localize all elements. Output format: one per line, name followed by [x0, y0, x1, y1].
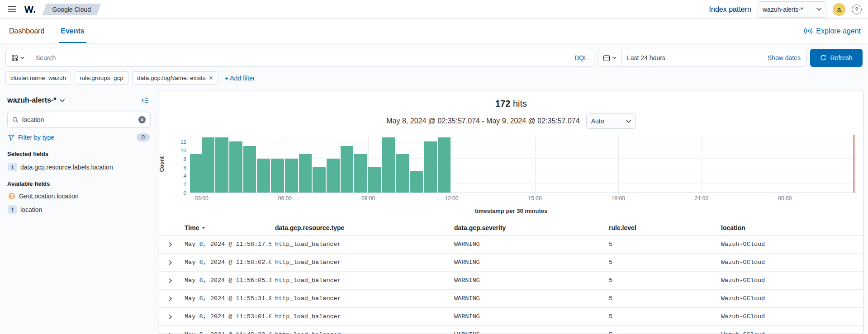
y-tick-label: 2 [174, 182, 186, 187]
histogram-bar[interactable] [243, 146, 256, 193]
col-resource-type[interactable]: data.gcp.resource.type [271, 221, 451, 235]
filter-pill-label: cluster.name: wazuh [10, 75, 66, 81]
histogram-bar[interactable] [257, 159, 270, 193]
top-header: W. Google Cloud Index pattern wazuh-aler… [0, 0, 868, 19]
filter-by-type-button[interactable]: Filter by type [8, 134, 54, 141]
field-search-box [7, 112, 151, 128]
sidebar-index-pattern-title: wazuh-alerts-* [7, 96, 56, 104]
col-time[interactable]: Time [181, 221, 271, 235]
sidebar-index-pattern-selector[interactable]: wazuh-alerts-* [7, 96, 65, 104]
field-item[interactable]: GeoLocation.location [7, 193, 151, 200]
explore-agent-link[interactable]: Explore agent [804, 19, 861, 43]
clear-search-icon[interactable] [138, 116, 146, 123]
add-filter-button[interactable]: + Add filter [222, 75, 258, 82]
chevron-down-icon [612, 56, 617, 59]
expand-row-button[interactable] [166, 294, 175, 303]
expand-row-button[interactable] [166, 330, 175, 334]
chevron-down-icon [60, 99, 65, 102]
breadcrumb-google-cloud[interactable]: Google Cloud [43, 4, 101, 15]
col-location[interactable]: location [717, 221, 863, 235]
tab-events[interactable]: Events [59, 19, 86, 43]
histogram-bar[interactable] [271, 159, 284, 193]
help-button[interactable]: ? [852, 5, 862, 14]
histogram-bar[interactable] [299, 154, 312, 193]
histogram-bar[interactable] [354, 154, 367, 193]
collapse-sidebar-icon [141, 97, 149, 103]
y-axis-title: Count [159, 156, 165, 172]
explore-agent-label: Explore agent [816, 27, 861, 35]
field-search-input[interactable] [22, 116, 135, 123]
histogram-bar[interactable] [313, 167, 326, 193]
x-tick-label: 21:00 [695, 195, 708, 202]
cell-resource-type: http_load_balancer [271, 272, 451, 290]
col-severity[interactable]: data.gcp.severity [451, 221, 605, 235]
cell-severity: WARNING [451, 235, 605, 254]
results-panel: 172 hits May 8, 2024 @ 02:35:57.074 - Ma… [159, 90, 863, 334]
expand-row-button[interactable] [166, 258, 175, 267]
cell-time: May 8, 2024 @ 11:55:31.908 [181, 290, 271, 308]
histogram-bar[interactable] [202, 137, 215, 193]
cell-rule-level: 5 [605, 326, 717, 334]
cell-time: May 8, 2024 @ 11:58:17.503 [181, 235, 271, 254]
cell-rule-level: 5 [605, 254, 717, 272]
field-item[interactable]: tdata.gcp.resource.labels.location [7, 163, 151, 171]
cell-time: May 8, 2024 @ 11:53:01.012 [181, 308, 271, 326]
x-tick-label: 09:00 [361, 195, 375, 202]
remove-filter-icon[interactable]: × [208, 75, 213, 82]
filter-count-badge: 0 [137, 133, 150, 141]
histogram-bar[interactable] [382, 137, 395, 193]
cell-severity: WARNING [451, 290, 605, 308]
cell-time: May 8, 2024 @ 11:48:32.614 [181, 326, 271, 334]
wazuh-events-app: W. Google Cloud Index pattern wazuh-aler… [0, 0, 868, 334]
histogram-bar[interactable] [396, 154, 409, 193]
wazuh-logo[interactable]: W. [24, 4, 36, 15]
chart-time-range-title: May 8, 2024 @ 02:35:57.074 - May 9, 2024… [386, 117, 579, 125]
col-rule-level[interactable]: rule.level [605, 221, 717, 235]
x-gridline [535, 135, 536, 193]
expand-row-button[interactable] [166, 312, 175, 321]
histogram-bar[interactable] [368, 167, 381, 193]
cell-location: Wazuh-GCloud [717, 308, 863, 326]
histogram-bar[interactable] [424, 141, 437, 193]
refresh-label: Refresh [830, 54, 852, 61]
show-dates-button[interactable]: Show dates [762, 54, 806, 61]
histogram-bar[interactable] [410, 171, 423, 193]
save-icon [11, 54, 19, 61]
x-gridline [618, 135, 619, 193]
cell-rule-level: 5 [605, 308, 717, 326]
histogram-bar[interactable] [438, 137, 451, 193]
chevron-down-icon [20, 56, 24, 59]
expand-row-button[interactable] [166, 240, 175, 249]
filter-pill[interactable]: cluster.name: wazuh [5, 71, 71, 85]
index-pattern-select[interactable]: wazuh-alerts-* [758, 1, 826, 18]
x-gridline [702, 135, 702, 193]
tab-dashboard[interactable]: Dashboard [7, 19, 46, 43]
search-box: DQL [30, 49, 594, 67]
interval-select[interactable]: Auto [586, 113, 636, 129]
date-quick-select-button[interactable] [598, 49, 621, 66]
histogram-bar[interactable] [341, 146, 354, 193]
expand-row-button[interactable] [166, 276, 175, 285]
col-expand-control [159, 221, 181, 235]
field-item[interactable]: tlocation [7, 205, 151, 214]
histogram-bar[interactable] [285, 159, 298, 193]
collapse-sidebar-button[interactable] [139, 95, 151, 105]
save-query-button[interactable] [5, 49, 30, 67]
tab-bar: Dashboard Events Explore agent [0, 19, 868, 43]
histogram-chart: Count 02468101203:0006:0009:0012:0015:00… [164, 135, 857, 193]
filter-pill[interactable]: data.gcp.logName: exists× [132, 71, 218, 85]
cell-resource-type: http_load_balancer [271, 326, 451, 334]
histogram-bar[interactable] [229, 141, 242, 193]
histogram-bar[interactable] [327, 159, 340, 193]
histogram-bar[interactable] [215, 137, 228, 193]
time-range-value[interactable]: Last 24 hours [621, 54, 762, 61]
query-language-button[interactable]: DQL [570, 51, 592, 65]
cell-time: May 8, 2024 @ 11:56:05.164 [181, 272, 271, 290]
cell-location: Wazuh-GCloud [717, 254, 863, 272]
hamburger-menu-button[interactable] [6, 5, 18, 14]
user-avatar[interactable]: a [833, 3, 845, 16]
search-input[interactable] [36, 54, 570, 61]
refresh-button[interactable]: Refresh [810, 49, 863, 67]
histogram-bar[interactable] [190, 154, 203, 193]
filter-pill[interactable]: rule.groups: gcp [75, 71, 128, 85]
